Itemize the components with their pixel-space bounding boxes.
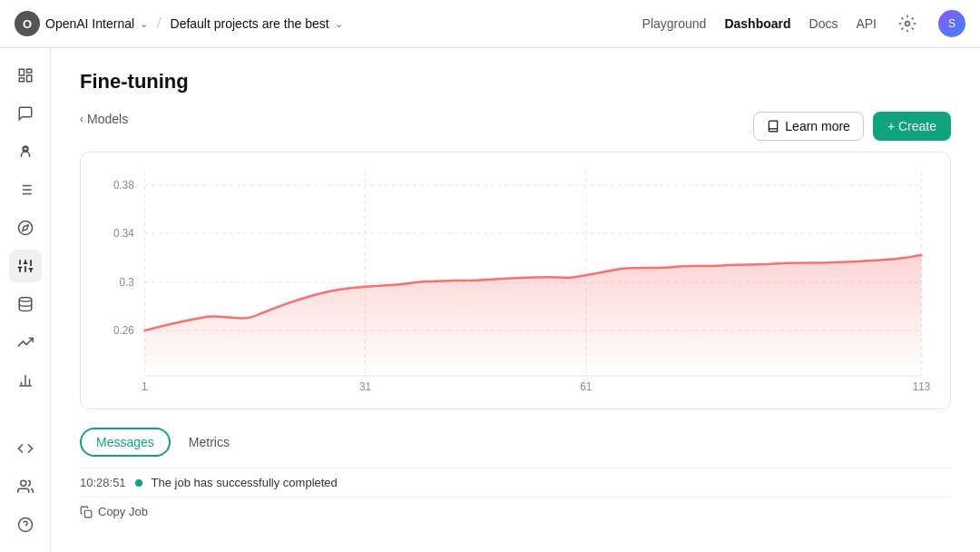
svg-text:0.26: 0.26 (113, 324, 134, 337)
sidebar-item-list[interactable] (9, 173, 42, 206)
project-chevron-icon[interactable]: ⌄ (335, 18, 343, 30)
tab-metrics[interactable]: Metrics (174, 429, 244, 455)
svg-rect-6 (23, 148, 27, 151)
org-chevron-icon[interactable]: ⌄ (140, 18, 148, 30)
org-avatar[interactable]: O (15, 11, 40, 36)
nav-right: Playground Dashboard Docs API S (642, 10, 965, 37)
svg-point-24 (19, 298, 32, 302)
sidebar-item-evals[interactable] (9, 326, 42, 359)
svg-text:31: 31 (359, 380, 371, 393)
nav-api[interactable]: API (856, 16, 877, 31)
sidebar-item-explore[interactable] (9, 212, 42, 244)
back-navigation[interactable]: ‹ Models (80, 112, 128, 126)
sidebar-item-team[interactable] (9, 470, 42, 503)
svg-rect-1 (19, 69, 24, 75)
svg-text:61: 61 (580, 380, 592, 393)
nav-playground[interactable]: Playground (642, 16, 707, 31)
create-button[interactable]: + Create (873, 112, 951, 141)
svg-rect-3 (26, 75, 31, 82)
sidebar-item-help[interactable] (9, 508, 42, 541)
svg-text:1: 1 (142, 380, 148, 393)
svg-text:113: 113 (913, 380, 931, 393)
back-chevron-icon: ‹ (80, 113, 83, 125)
log-time: 10:28:51 (80, 476, 126, 489)
log-entry: 10:28:51 The job has successfully comple… (80, 468, 951, 497)
book-icon (767, 120, 779, 133)
training-chart: 0.38 0.34 0.3 0.26 1 31 61 113 (80, 152, 951, 409)
sidebar-item-chat[interactable] (9, 97, 42, 130)
top-navigation: O OpenAI Internal ⌄ / Default projects a… (0, 0, 980, 48)
log-status-dot (135, 479, 142, 487)
sidebar-item-panel[interactable] (9, 59, 42, 92)
tab-messages[interactable]: Messages (80, 428, 171, 457)
org-name: OpenAI Internal (45, 16, 134, 31)
user-avatar[interactable]: S (938, 10, 965, 37)
svg-point-0 (906, 22, 910, 26)
svg-point-29 (20, 480, 25, 486)
sidebar-item-storage[interactable] (9, 288, 42, 320)
svg-rect-49 (84, 510, 92, 518)
learn-more-button[interactable]: Learn more (753, 112, 864, 141)
log-message: The job has successfully completed (152, 476, 338, 489)
project-name: Default projects are the best (171, 16, 329, 31)
main-content: Fine-tuning ‹ Models Learn more + Create (51, 48, 980, 552)
sidebar-item-code[interactable] (9, 432, 42, 465)
page-title: Fine-tuning (80, 70, 951, 94)
sidebar (0, 48, 51, 552)
settings-icon[interactable] (895, 11, 920, 36)
sidebar-item-analytics[interactable] (9, 364, 42, 397)
copy-icon (80, 506, 93, 518)
svg-text:0.34: 0.34 (113, 227, 134, 240)
app-layout: Fine-tuning ‹ Models Learn more + Create (0, 48, 980, 552)
learn-more-label: Learn more (785, 119, 850, 133)
nav-separator: / (157, 15, 161, 32)
back-label: Models (87, 112, 128, 126)
nav-dashboard[interactable]: Dashboard (724, 16, 790, 31)
nav-docs[interactable]: Docs (809, 16, 838, 31)
svg-marker-14 (22, 225, 27, 231)
copy-job-label: Copy Job (98, 505, 148, 518)
svg-rect-2 (26, 69, 31, 73)
action-buttons: Learn more + Create (753, 112, 951, 141)
svg-point-13 (18, 222, 32, 235)
create-label: + Create (887, 119, 936, 133)
detail-tabs: Messages Metrics (80, 428, 951, 457)
svg-text:0.3: 0.3 (119, 276, 134, 289)
action-row: ‹ Models Learn more + Create (80, 112, 951, 141)
nav-left: O OpenAI Internal ⌄ / Default projects a… (15, 11, 635, 36)
svg-text:0.38: 0.38 (113, 179, 134, 192)
sidebar-item-assistant[interactable] (9, 135, 42, 168)
sidebar-item-finetuning[interactable] (9, 250, 42, 282)
svg-rect-4 (19, 78, 24, 82)
chart-svg: 0.38 0.34 0.3 0.26 1 31 61 113 (92, 167, 939, 394)
copy-job-button[interactable]: Copy Job (80, 497, 951, 526)
